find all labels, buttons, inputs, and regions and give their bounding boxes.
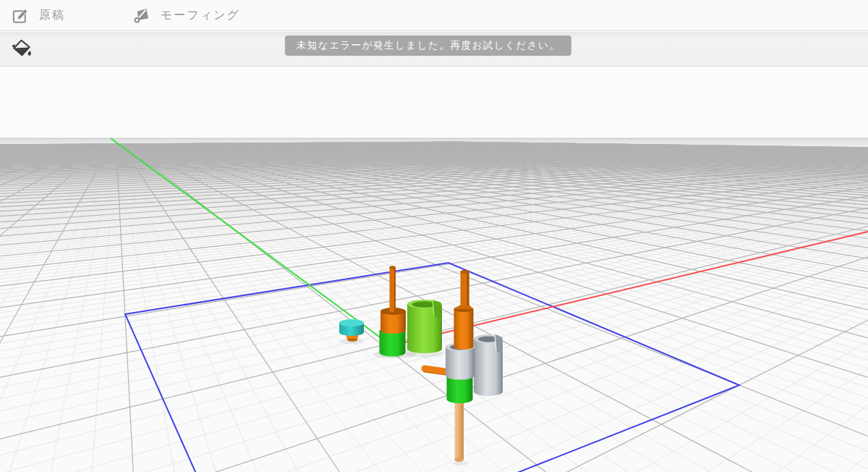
top-tab-bar: 原稿 モーフィング: [0, 0, 868, 31]
tab-manuscript-label: 原稿: [39, 8, 65, 23]
object-gray-half-pipe[interactable]: [474, 334, 503, 397]
fill-tool-button[interactable]: [10, 39, 33, 61]
morph-shape-icon: [133, 7, 151, 25]
error-toast: 未知なエラーが発生しました。再度お試しください。: [285, 35, 571, 56]
tab-manuscript[interactable]: 原稿: [0, 0, 75, 30]
tab-morphing[interactable]: モーフィング: [122, 0, 250, 30]
paint-bucket-icon: [11, 38, 33, 62]
sky: [0, 67, 868, 138]
object-teal-knob[interactable]: [339, 319, 364, 345]
tab-morphing-label: モーフィング: [161, 8, 240, 23]
viewport-3d[interactable]: [0, 67, 868, 472]
edit-square-icon: [12, 7, 30, 25]
object-green-half-pipe[interactable]: [407, 300, 444, 358]
